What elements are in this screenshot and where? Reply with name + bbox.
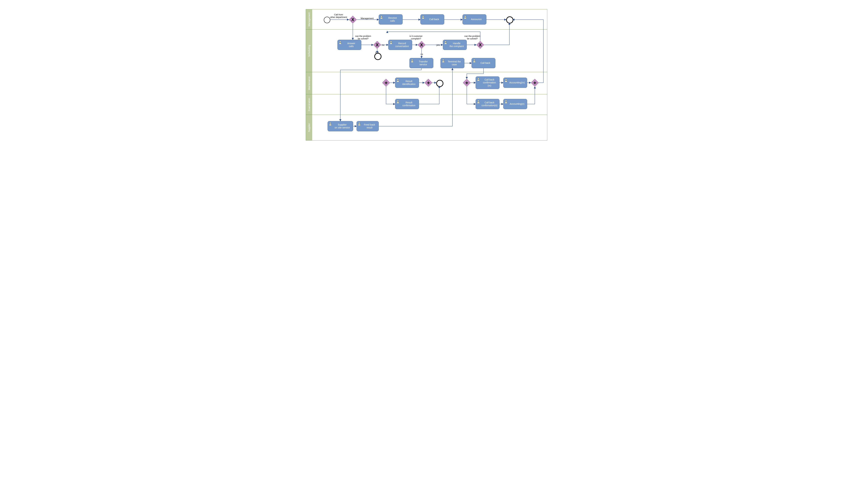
svg-text:X: X xyxy=(351,17,354,22)
lane-label-maintenance: Maintenance xyxy=(306,72,313,94)
task-label: Answer calls xyxy=(347,42,355,48)
gateway-exclusive-2[interactable]: X xyxy=(373,41,381,49)
label-call-from: Call from other department xyxy=(330,13,347,18)
task-label: Supplier on site service xyxy=(335,123,350,129)
user-icon xyxy=(358,122,361,125)
task-label: Call back confirmation(e) xyxy=(481,101,497,107)
label-no-2: no xyxy=(421,53,423,55)
end-event-maintenance[interactable] xyxy=(436,80,443,87)
task-label: Accounting(e) xyxy=(510,103,525,106)
user-icon xyxy=(504,79,508,82)
user-icon xyxy=(390,41,393,44)
task-label: Terminal the case xyxy=(448,60,461,66)
label-can-solve-1: can the problem be solved? xyxy=(355,35,371,40)
svg-point-28 xyxy=(397,100,398,102)
label-yes-2: yes xyxy=(437,44,440,46)
task-label: Feed back result xyxy=(364,123,375,129)
svg-point-29 xyxy=(478,100,479,102)
svg-text:+: + xyxy=(465,80,468,86)
lane-label-text: Scheduling xyxy=(308,45,310,57)
lane-label-text: Maintenance xyxy=(308,76,310,90)
label-no-1: no xyxy=(382,44,384,46)
task-receive-calls[interactable]: Receive calls xyxy=(379,14,403,24)
task-label: Handle the complaint xyxy=(449,42,464,48)
svg-point-26 xyxy=(478,78,479,79)
gateway-parallel-2[interactable]: + xyxy=(424,79,432,87)
svg-text:X: X xyxy=(479,42,482,48)
lane-label-scheduling: Scheduling xyxy=(306,29,313,72)
end-event-yes-solved[interactable] xyxy=(374,53,381,60)
task-terminal-case[interactable]: Terminal the case xyxy=(441,58,464,68)
task-accounting-m[interactable]: Accounting(m) xyxy=(503,78,527,88)
user-icon xyxy=(396,79,399,82)
task-record-conversation[interactable]: Record conversation xyxy=(388,40,412,50)
svg-text:+: + xyxy=(533,80,536,86)
label-is-complain: is it customer complain? xyxy=(409,35,423,40)
task-label: Call back confirmation (m) xyxy=(483,78,496,87)
task-label: Record conversation xyxy=(395,42,409,48)
task-label: Result confirmation xyxy=(403,101,415,107)
gateway-exclusive-4[interactable]: X xyxy=(476,41,484,49)
user-icon xyxy=(444,41,447,44)
task-call-back-management[interactable]: Call back xyxy=(420,14,444,24)
gateway-parallel-4[interactable]: + xyxy=(531,79,539,87)
user-icon xyxy=(464,16,467,19)
task-transfer-service[interactable]: Transfer service xyxy=(409,58,433,68)
lane-label-supplier: Supplier xyxy=(306,114,313,141)
user-icon xyxy=(422,16,425,19)
task-callback-confirmation-m[interactable]: Call back confirmation (m) xyxy=(476,76,499,89)
task-callback-confirmation-e[interactable]: Call back confirmation(e) xyxy=(476,99,499,109)
svg-point-30 xyxy=(505,100,507,102)
task-label: Announce xyxy=(471,18,482,21)
user-icon xyxy=(504,100,508,103)
svg-text:+: + xyxy=(427,80,430,86)
task-result-confirmation[interactable]: Result confirmation xyxy=(395,99,419,109)
svg-point-25 xyxy=(397,79,398,80)
gateway-exclusive-1[interactable]: X xyxy=(349,16,357,23)
user-icon xyxy=(477,78,480,81)
task-call-back-scheduling[interactable]: Call back xyxy=(472,58,495,68)
task-label: Accounting(m) xyxy=(510,81,525,84)
task-accounting-e[interactable]: Accounting(e) xyxy=(503,99,527,109)
gateway-parallel-3[interactable]: + xyxy=(463,79,471,87)
svg-point-17 xyxy=(422,16,424,17)
end-event-management[interactable] xyxy=(506,16,513,23)
svg-point-23 xyxy=(443,59,444,61)
svg-point-24 xyxy=(474,59,475,61)
bpmn-diagram: Management Scheduling Maintenance Examin… xyxy=(302,0,551,147)
start-event[interactable] xyxy=(324,17,330,23)
user-icon xyxy=(442,59,445,62)
task-result-identification[interactable]: Result identification xyxy=(395,78,419,88)
svg-point-19 xyxy=(339,41,341,42)
svg-text:X: X xyxy=(420,42,423,48)
task-announce[interactable]: Announce xyxy=(462,14,486,24)
svg-point-16 xyxy=(381,16,382,17)
task-answer-calls[interactable]: Answer calls xyxy=(337,40,361,50)
svg-point-31 xyxy=(330,123,331,124)
svg-text:X: X xyxy=(376,42,379,48)
task-label: Receive calls xyxy=(388,17,397,22)
task-handle-complaint[interactable]: Handle the complaint xyxy=(443,40,467,50)
lane-label-examination: Examination xyxy=(306,94,313,115)
user-icon xyxy=(411,59,414,62)
gateway-exclusive-3[interactable]: X xyxy=(417,41,425,49)
user-icon xyxy=(329,122,332,125)
task-label: Result identification xyxy=(402,80,415,86)
svg-point-21 xyxy=(445,41,446,42)
task-label: Call back xyxy=(480,61,490,65)
svg-point-22 xyxy=(411,59,413,61)
task-feedback-result[interactable]: Feed back result xyxy=(357,121,379,131)
svg-point-18 xyxy=(464,16,466,17)
user-icon xyxy=(396,100,399,103)
lane-label-management: Management xyxy=(306,9,313,30)
svg-point-27 xyxy=(505,79,507,80)
svg-point-20 xyxy=(390,41,392,42)
task-label: Call back xyxy=(429,18,439,21)
label-can-solve-2: can the problem be solved? xyxy=(464,35,480,40)
task-supplier-onsite[interactable]: Supplier on site service xyxy=(327,121,353,131)
user-icon xyxy=(339,41,342,44)
svg-point-32 xyxy=(359,123,360,124)
gateway-parallel-1[interactable]: + xyxy=(382,79,390,87)
lane-label-text: Supplier xyxy=(308,123,310,132)
svg-text:+: + xyxy=(385,80,388,86)
